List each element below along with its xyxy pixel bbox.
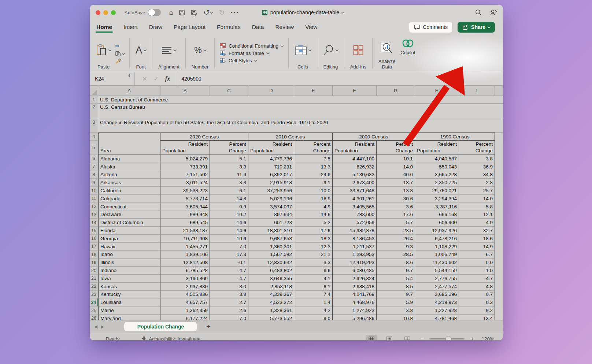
cell-value[interactable]: 17.6 [377,211,415,219]
cell-area[interactable]: Colorado [98,195,160,203]
cell-text[interactable]: Change in Resident Population of the 50 … [98,119,503,133]
name-box[interactable]: K24 ▲▼ [90,72,135,85]
cell-value[interactable]: 14.0 [377,163,415,171]
column-header-G[interactable]: G [377,86,415,96]
cell-value[interactable]: 18.6 [459,235,495,243]
cell-value[interactable]: 34.8 [459,171,495,179]
cell-value[interactable]: 6.6 [294,267,333,275]
cell-value[interactable]: 36.9 [459,163,495,171]
cell-value[interactable]: -5.7 [377,219,415,227]
cell-value[interactable]: 1,293,953 [333,251,377,259]
cell-value[interactable]: 11.9 [210,171,248,179]
cell-value[interactable]: 5,296,486 [333,315,377,320]
column-header-D[interactable]: D [248,86,294,96]
cell-value[interactable]: 1,328,361 [248,307,294,315]
prev-sheet-icon[interactable]: ◀ [94,324,97,329]
cell-value[interactable]: 3.0 [210,283,248,291]
share-button[interactable]: Share [458,22,495,33]
format-painter-button[interactable] [115,58,121,64]
cell-value[interactable]: 7.0 [210,315,248,320]
row-number[interactable]: 25 [90,307,98,315]
cell-value[interactable]: 39,538,223 [160,187,210,195]
cell-text[interactable]: U.S. Department of Commerce [98,96,503,104]
cell-value[interactable]: 7.4 [294,291,333,299]
cell-value[interactable]: 666,168 [415,211,459,219]
row-number[interactable]: 24 [90,298,98,307]
cell-value[interactable]: 783,600 [333,211,377,219]
sheet-tab-population-change[interactable]: Population Change [124,322,197,331]
cell-value[interactable]: 3.8 [210,291,248,299]
cell-value[interactable]: 10,711,908 [160,235,210,243]
cell-value[interactable]: 0.9 [210,203,248,211]
cell-value[interactable]: 3,405,565 [333,203,377,211]
cell-value[interactable]: 29,760,021 [415,187,459,195]
cell-value[interactable]: 21.1 [294,251,333,259]
cell-value[interactable]: 6.1 [294,283,333,291]
cell-value[interactable]: 14.9 [459,243,495,251]
cell-value[interactable]: 40.0 [377,171,415,179]
cell-value[interactable]: 3,685,296 [415,291,459,299]
row-number[interactable]: 11 [90,195,98,203]
cell-value[interactable]: 6.1 [210,187,248,195]
cell-value[interactable]: 3.3 [210,179,248,187]
cell-area[interactable]: Indiana [98,267,160,275]
cell-value[interactable]: 5,773,714 [160,195,210,203]
cell-area[interactable]: Georgia [98,235,160,243]
cell-value[interactable]: 1.4 [294,298,333,307]
cell-value[interactable]: 4.7 [210,267,248,275]
cell-area[interactable]: Florida [98,227,160,235]
cell-area[interactable]: Alabama [98,155,160,163]
row-number[interactable]: 20 [90,267,98,275]
cell-value[interactable]: 14.6 [294,211,333,219]
cell-text[interactable]: U.S. Census Bureau [98,104,503,119]
cell-value[interactable]: 1,108,229 [415,243,459,251]
census-group-header[interactable]: 2000 Census [333,133,415,141]
cell-value[interactable]: 9,687,653 [248,235,294,243]
column-header-F[interactable]: F [333,86,377,96]
undo-button[interactable]: ↺ [203,9,213,16]
column-header-B[interactable]: B [160,86,210,96]
cell-value[interactable]: 10.6 [210,235,248,243]
zoom-window-button[interactable] [111,10,116,15]
cell-area[interactable]: Maine [98,307,160,315]
cell-value[interactable]: 4,447,100 [333,155,377,163]
zoom-in-button[interactable]: + [471,336,474,341]
cut-button[interactable]: ✂ [115,43,120,49]
cell-value[interactable]: 11,430,602 [415,259,459,267]
insert-function-icon[interactable]: fx [165,75,170,82]
number-group-button[interactable]: % Number [189,36,211,71]
row-number[interactable]: 4 [90,133,98,141]
cell-area[interactable]: Kansas [98,283,160,291]
cell-value[interactable]: 15,982,378 [333,227,377,235]
cell-value[interactable]: 10.0 [294,187,333,195]
paste-button[interactable]: Paste [93,36,114,71]
cell-area[interactable]: District of Columbia [98,219,160,227]
cell-value[interactable]: 1,455,271 [160,243,210,251]
cell-value[interactable]: 1,211,537 [333,243,377,251]
tab-insert[interactable]: Insert [123,22,138,33]
cell-value[interactable]: 3.3 [210,163,248,171]
page-break-view-button[interactable] [402,335,413,341]
document-title[interactable]: population-change-data-table [262,10,344,16]
tab-formulas[interactable]: Formulas [216,22,241,33]
cell-value[interactable]: 33,871,648 [333,187,377,195]
home-icon[interactable]: ⌂ [169,9,173,16]
autosave-toggle[interactable] [148,9,161,16]
tab-view[interactable]: View [304,22,318,33]
row-number[interactable]: 1 [90,96,98,104]
cell-value[interactable]: 4,301,261 [333,195,377,203]
row-number[interactable]: 13 [90,211,98,219]
cell-value[interactable]: 6,080,485 [333,267,377,275]
cell-value[interactable]: 6,483,802 [248,267,294,275]
cell-value[interactable]: 12,830,632 [248,259,294,267]
cell-value[interactable]: 5.9 [377,298,415,307]
census-group-header[interactable]: 1990 Census [415,133,495,141]
accessibility-status[interactable]: Accessibility: Investigate [141,336,201,340]
cell-value[interactable]: 8.5 [377,283,415,291]
cell-value[interactable]: 572,059 [333,219,377,227]
formula-input[interactable]: 4205900 [176,72,201,85]
cell-value[interactable]: 2,937,880 [160,283,210,291]
cell-value[interactable]: 1,362,359 [160,307,210,315]
cell-value[interactable]: -4.9 [459,219,495,227]
cell-value[interactable]: 12,937,926 [415,227,459,235]
